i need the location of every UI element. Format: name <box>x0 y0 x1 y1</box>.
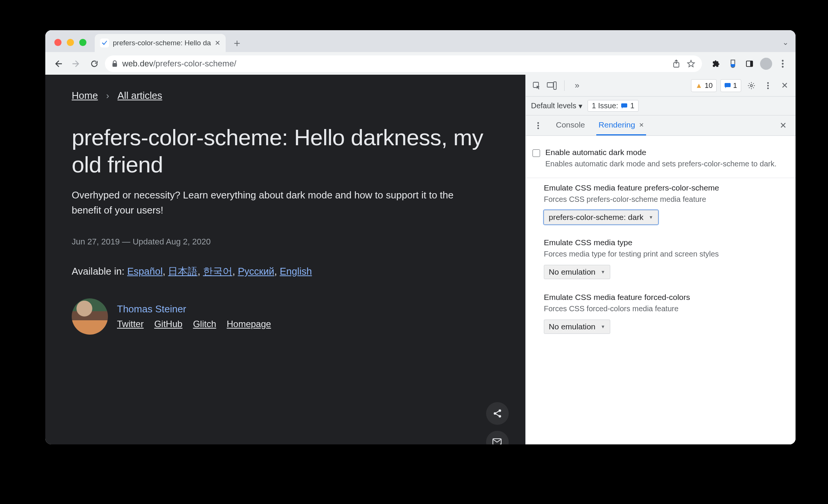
available-languages: Available in: Español, 日本語, 한국어, Русский… <box>72 265 499 278</box>
drawer-menu-icon[interactable] <box>532 119 545 132</box>
pcs-select-value: prefers-color-scheme: dark <box>549 213 643 222</box>
svg-point-6 <box>782 66 784 68</box>
tab-favicon <box>100 38 109 48</box>
breadcrumb-home[interactable]: Home <box>72 90 98 101</box>
device-toolbar-icon[interactable] <box>545 79 558 92</box>
warnings-count: 10 <box>705 81 713 90</box>
messages-pill[interactable]: 1 <box>720 79 741 92</box>
mediatype-title: Emulate CSS media type <box>544 238 787 247</box>
author-link-github[interactable]: GitHub <box>154 319 183 329</box>
toolbar-right <box>709 56 790 71</box>
svg-point-20 <box>537 122 539 123</box>
reload-button[interactable] <box>87 56 102 71</box>
address-bar[interactable]: web.dev/prefers-color-scheme/ <box>105 55 702 72</box>
lang-ja[interactable]: 日本語 <box>168 266 197 277</box>
more-tabs-icon[interactable]: » <box>571 79 583 92</box>
section-prefers-color-scheme: Emulate CSS media feature prefers-color-… <box>526 178 796 233</box>
mediatype-desc: Forces media type for testing print and … <box>544 249 787 260</box>
forced-select-value: No emulation <box>549 322 596 331</box>
section-auto-dark-mode: Enable automatic dark mode Enables autom… <box>526 143 796 178</box>
chevron-down-icon: ▾ <box>579 101 582 111</box>
warnings-pill[interactable]: ▲ 10 <box>691 79 717 92</box>
author-avatar[interactable] <box>72 298 108 335</box>
lang-ko[interactable]: 한국어 <box>203 266 232 277</box>
url-text: web.dev/prefers-color-scheme/ <box>122 59 668 69</box>
tab-console[interactable]: Console <box>554 116 587 135</box>
issue-chip-icon <box>621 103 627 109</box>
share-fab[interactable] <box>486 402 509 425</box>
maximize-window-button[interactable] <box>79 39 86 46</box>
page-title: prefers-color-scheme: Hello darkness, my… <box>72 124 499 178</box>
new-tab-button[interactable]: ＋ <box>229 35 245 51</box>
devtools-close-icon[interactable]: ✕ <box>778 79 791 92</box>
toolbar: web.dev/prefers-color-scheme/ <box>45 52 796 75</box>
svg-rect-12 <box>547 83 553 87</box>
drawer-close-icon[interactable]: ✕ <box>777 119 790 132</box>
minimize-window-button[interactable] <box>67 39 74 46</box>
breadcrumb-all-articles[interactable]: All articles <box>117 90 162 101</box>
svg-point-22 <box>537 127 539 129</box>
share-icon[interactable] <box>673 60 680 68</box>
author-link-twitter[interactable]: Twitter <box>117 319 144 329</box>
log-levels-dropdown[interactable]: Default levels ▾ <box>531 101 582 111</box>
tab-list-chevron-icon[interactable]: ⌄ <box>782 38 789 47</box>
svg-point-17 <box>767 85 769 86</box>
svg-point-15 <box>750 85 753 87</box>
author-link-glitch[interactable]: Glitch <box>193 319 216 329</box>
window-controls <box>51 39 91 52</box>
back-button[interactable] <box>51 56 66 71</box>
subscribe-fab[interactable] <box>486 431 509 444</box>
extensions-icon[interactable] <box>709 56 724 71</box>
url-path: /prefers-color-scheme/ <box>153 59 236 68</box>
log-levels-label: Default levels <box>531 101 576 110</box>
tab-rendering-close-icon[interactable]: ✕ <box>639 121 644 129</box>
author-links: Twitter GitHub Glitch Homepage <box>117 319 271 329</box>
tab-title: prefers-color-scheme: Hello da <box>113 39 211 47</box>
labs-icon[interactable] <box>725 56 740 71</box>
mediatype-select[interactable]: No emulation ▼ <box>544 265 610 279</box>
devtools-panel: » ▲ 10 1 ✕ <box>525 75 796 444</box>
pcs-select[interactable]: prefers-color-scheme: dark ▼ <box>544 210 658 224</box>
tab-strip: prefers-color-scheme: Hello da ✕ ＋ ⌄ <box>45 30 796 52</box>
available-label: Available in: <box>72 266 127 277</box>
lock-icon <box>112 60 118 67</box>
messages-count: 1 <box>733 81 737 90</box>
author-name[interactable]: Thomas Steiner <box>117 303 271 315</box>
forward-button[interactable] <box>69 56 84 71</box>
svg-point-16 <box>767 82 769 83</box>
article-dates: Jun 27, 2019 — Updated Aug 2, 2020 <box>72 237 499 247</box>
author-link-homepage[interactable]: Homepage <box>227 319 271 329</box>
issues-count: 1 <box>630 101 634 110</box>
pcs-title: Emulate CSS media feature prefers-color-… <box>544 183 787 192</box>
drawer-tabs: Console Rendering ✕ ✕ <box>526 115 796 136</box>
pcs-desc: Forces CSS prefers-color-scheme media fe… <box>544 194 787 205</box>
section-forced-colors: Emulate CSS media feature forced-colors … <box>526 287 796 342</box>
page-subtitle: Overhyped or necessity? Learn everything… <box>72 187 457 218</box>
lang-en[interactable]: English <box>280 266 312 277</box>
browser-tab[interactable]: prefers-color-scheme: Hello da ✕ <box>95 34 226 52</box>
devtools-settings-icon[interactable] <box>745 79 758 92</box>
content-area: Home › All articles prefers-color-scheme… <box>45 75 796 444</box>
auto-dark-mode-checkbox[interactable] <box>533 149 540 157</box>
chrome-menu-icon[interactable] <box>775 56 790 71</box>
issues-box[interactable]: 1 Issue: 1 <box>588 100 639 112</box>
close-window-button[interactable] <box>54 39 62 46</box>
chevron-down-icon: ▼ <box>601 269 605 275</box>
mediatype-select-value: No emulation <box>549 267 596 277</box>
forced-select[interactable]: No emulation ▼ <box>544 320 610 334</box>
svg-point-21 <box>537 124 539 126</box>
lang-ru[interactable]: Русский <box>238 266 274 277</box>
bookmark-star-icon[interactable] <box>687 60 695 68</box>
profile-avatar[interactable] <box>759 56 774 71</box>
issues-label: 1 Issue: <box>592 101 618 110</box>
webpage: Home › All articles prefers-color-scheme… <box>45 75 525 444</box>
devtools-menu-icon[interactable] <box>762 79 774 92</box>
rendering-panel: Enable automatic dark mode Enables autom… <box>526 136 796 444</box>
svg-point-4 <box>782 60 784 61</box>
inspect-element-icon[interactable] <box>530 79 543 92</box>
lang-es[interactable]: Español <box>127 266 163 277</box>
tab-rendering[interactable]: Rendering ✕ <box>596 116 646 135</box>
side-panel-icon[interactable] <box>742 56 757 71</box>
forced-title: Emulate CSS media feature forced-colors <box>544 293 787 302</box>
tab-close-icon[interactable]: ✕ <box>215 39 220 47</box>
